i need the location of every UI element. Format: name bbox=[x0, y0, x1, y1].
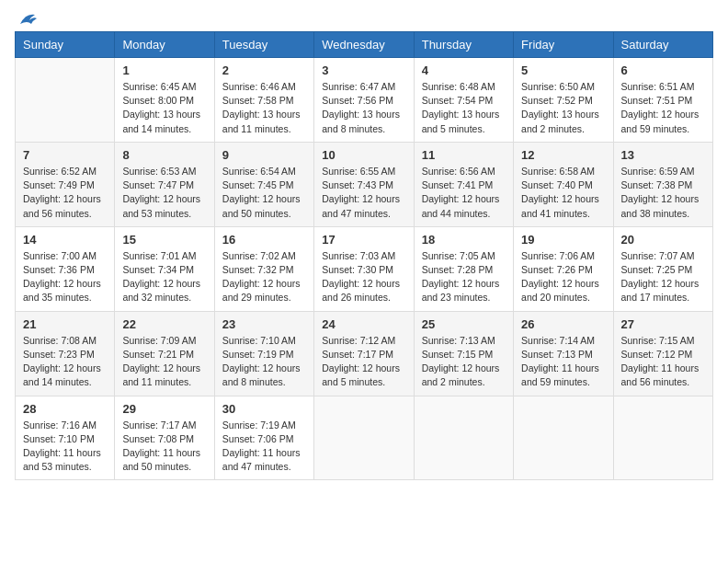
calendar-week-row: 14 Sunrise: 7:00 AM Sunset: 7:36 PM Dayl… bbox=[16, 226, 713, 311]
sunrise-line: Sunrise: 7:09 AM bbox=[122, 334, 206, 348]
day-number: 12 bbox=[521, 148, 605, 162]
cell-info: Sunrise: 7:15 AM Sunset: 7:12 PM Dayligh… bbox=[621, 334, 705, 390]
calendar-week-row: 28 Sunrise: 7:16 AM Sunset: 7:10 PM Dayl… bbox=[16, 396, 713, 480]
calendar-week-row: 1 Sunrise: 6:45 AM Sunset: 8:00 PM Dayli… bbox=[16, 58, 713, 143]
day-number: 18 bbox=[422, 233, 506, 247]
daylight-line2: and 11 minutes. bbox=[222, 122, 306, 136]
daylight-line2: and 14 minutes. bbox=[23, 375, 107, 389]
daylight-line1: Daylight: 12 hours bbox=[521, 277, 605, 291]
sunrise-line: Sunrise: 6:51 AM bbox=[621, 80, 705, 94]
daylight-line1: Daylight: 13 hours bbox=[122, 108, 206, 121]
header-sunday: Sunday bbox=[16, 32, 115, 58]
cell-info: Sunrise: 7:08 AM Sunset: 7:23 PM Dayligh… bbox=[23, 334, 107, 390]
daylight-line2: and 47 minutes. bbox=[222, 460, 306, 474]
daylight-line1: Daylight: 12 hours bbox=[23, 362, 107, 375]
table-row: 15 Sunrise: 7:01 AM Sunset: 7:34 PM Dayl… bbox=[115, 226, 214, 311]
daylight-line1: Daylight: 13 hours bbox=[222, 108, 306, 121]
daylight-line1: Daylight: 12 hours bbox=[222, 277, 306, 291]
daylight-line2: and 50 minutes. bbox=[222, 207, 306, 221]
table-row: 24 Sunrise: 7:12 AM Sunset: 7:17 PM Dayl… bbox=[314, 311, 414, 396]
cell-info: Sunrise: 7:13 AM Sunset: 7:15 PM Dayligh… bbox=[422, 334, 506, 390]
table-row: 9 Sunrise: 6:54 AM Sunset: 7:45 PM Dayli… bbox=[214, 142, 313, 226]
table-row: 7 Sunrise: 6:52 AM Sunset: 7:49 PM Dayli… bbox=[16, 142, 115, 226]
day-number: 16 bbox=[222, 233, 306, 247]
sunset-line: Sunset: 7:06 PM bbox=[222, 432, 306, 446]
sunrise-line: Sunrise: 6:59 AM bbox=[621, 165, 705, 178]
header-saturday: Saturday bbox=[613, 32, 712, 58]
day-number: 13 bbox=[621, 148, 705, 162]
day-number: 23 bbox=[222, 317, 306, 331]
table-row: 11 Sunrise: 6:56 AM Sunset: 7:41 PM Dayl… bbox=[414, 142, 513, 226]
cell-info: Sunrise: 6:56 AM Sunset: 7:41 PM Dayligh… bbox=[422, 165, 506, 221]
daylight-line2: and 41 minutes. bbox=[521, 207, 605, 221]
table-row: 20 Sunrise: 7:07 AM Sunset: 7:25 PM Dayl… bbox=[613, 226, 712, 311]
daylight-line1: Daylight: 11 hours bbox=[122, 446, 206, 460]
calendar-table: Sunday Monday Tuesday Wednesday Thursday… bbox=[15, 31, 713, 480]
day-number: 19 bbox=[521, 233, 605, 247]
daylight-line2: and 47 minutes. bbox=[322, 207, 405, 221]
sunrise-line: Sunrise: 7:16 AM bbox=[23, 419, 107, 432]
day-number: 2 bbox=[222, 63, 306, 77]
calendar-week-row: 7 Sunrise: 6:52 AM Sunset: 7:49 PM Dayli… bbox=[16, 142, 713, 226]
daylight-line1: Daylight: 12 hours bbox=[23, 277, 107, 291]
table-row: 6 Sunrise: 6:51 AM Sunset: 7:51 PM Dayli… bbox=[613, 58, 712, 143]
day-number: 3 bbox=[322, 63, 405, 77]
day-number: 24 bbox=[322, 317, 405, 331]
cell-info: Sunrise: 7:07 AM Sunset: 7:25 PM Dayligh… bbox=[621, 249, 705, 305]
cell-info: Sunrise: 6:52 AM Sunset: 7:49 PM Dayligh… bbox=[23, 165, 107, 221]
table-row: 27 Sunrise: 7:15 AM Sunset: 7:12 PM Dayl… bbox=[613, 311, 712, 396]
day-number: 7 bbox=[23, 148, 107, 162]
daylight-line1: Daylight: 12 hours bbox=[322, 192, 405, 206]
cell-info: Sunrise: 7:09 AM Sunset: 7:21 PM Dayligh… bbox=[122, 334, 206, 390]
daylight-line2: and 2 minutes. bbox=[521, 122, 605, 136]
sunrise-line: Sunrise: 7:05 AM bbox=[422, 249, 506, 263]
sunrise-line: Sunrise: 6:53 AM bbox=[122, 165, 206, 178]
day-number: 6 bbox=[621, 63, 705, 77]
daylight-line1: Daylight: 13 hours bbox=[322, 108, 405, 121]
cell-info: Sunrise: 7:14 AM Sunset: 7:13 PM Dayligh… bbox=[521, 334, 605, 390]
daylight-line2: and 17 minutes. bbox=[621, 291, 705, 304]
daylight-line1: Daylight: 12 hours bbox=[521, 192, 605, 206]
page-header bbox=[15, 15, 713, 24]
sunset-line: Sunset: 8:00 PM bbox=[122, 94, 206, 108]
daylight-line1: Daylight: 12 hours bbox=[322, 362, 405, 375]
daylight-line2: and 23 minutes. bbox=[422, 291, 506, 304]
daylight-line2: and 2 minutes. bbox=[422, 375, 506, 389]
table-row bbox=[16, 58, 115, 143]
table-row: 5 Sunrise: 6:50 AM Sunset: 7:52 PM Dayli… bbox=[514, 58, 613, 143]
daylight-line2: and 53 minutes. bbox=[23, 460, 107, 474]
sunset-line: Sunset: 7:40 PM bbox=[521, 178, 605, 192]
sunrise-line: Sunrise: 6:50 AM bbox=[521, 80, 605, 94]
daylight-line2: and 8 minutes. bbox=[222, 375, 306, 389]
cell-info: Sunrise: 6:58 AM Sunset: 7:40 PM Dayligh… bbox=[521, 165, 605, 221]
daylight-line1: Daylight: 12 hours bbox=[122, 277, 206, 291]
sunset-line: Sunset: 7:26 PM bbox=[521, 263, 605, 277]
sunrise-line: Sunrise: 7:19 AM bbox=[222, 419, 306, 432]
sunset-line: Sunset: 7:21 PM bbox=[122, 348, 206, 362]
sunset-line: Sunset: 7:10 PM bbox=[23, 432, 107, 446]
sunrise-line: Sunrise: 7:13 AM bbox=[422, 334, 506, 348]
day-number: 20 bbox=[621, 233, 705, 247]
table-row: 19 Sunrise: 7:06 AM Sunset: 7:26 PM Dayl… bbox=[514, 226, 613, 311]
daylight-line2: and 5 minutes. bbox=[322, 375, 405, 389]
sunset-line: Sunset: 7:38 PM bbox=[621, 178, 705, 192]
daylight-line2: and 50 minutes. bbox=[122, 460, 206, 474]
daylight-line2: and 20 minutes. bbox=[521, 291, 605, 304]
table-row: 23 Sunrise: 7:10 AM Sunset: 7:19 PM Dayl… bbox=[214, 311, 313, 396]
daylight-line2: and 8 minutes. bbox=[322, 122, 405, 136]
table-row: 2 Sunrise: 6:46 AM Sunset: 7:58 PM Dayli… bbox=[214, 58, 313, 143]
sunset-line: Sunset: 7:30 PM bbox=[322, 263, 405, 277]
daylight-line2: and 29 minutes. bbox=[222, 291, 306, 304]
day-number: 25 bbox=[422, 317, 506, 331]
sunset-line: Sunset: 7:45 PM bbox=[222, 178, 306, 192]
day-number: 8 bbox=[122, 148, 206, 162]
sunset-line: Sunset: 7:56 PM bbox=[322, 94, 405, 108]
table-row: 14 Sunrise: 7:00 AM Sunset: 7:36 PM Dayl… bbox=[16, 226, 115, 311]
table-row: 16 Sunrise: 7:02 AM Sunset: 7:32 PM Dayl… bbox=[214, 226, 313, 311]
sunrise-line: Sunrise: 6:54 AM bbox=[222, 165, 306, 178]
sunset-line: Sunset: 7:47 PM bbox=[122, 178, 206, 192]
sunset-line: Sunset: 7:52 PM bbox=[521, 94, 605, 108]
daylight-line2: and 11 minutes. bbox=[122, 375, 206, 389]
daylight-line1: Daylight: 12 hours bbox=[621, 192, 705, 206]
table-row: 29 Sunrise: 7:17 AM Sunset: 7:08 PM Dayl… bbox=[115, 396, 214, 480]
